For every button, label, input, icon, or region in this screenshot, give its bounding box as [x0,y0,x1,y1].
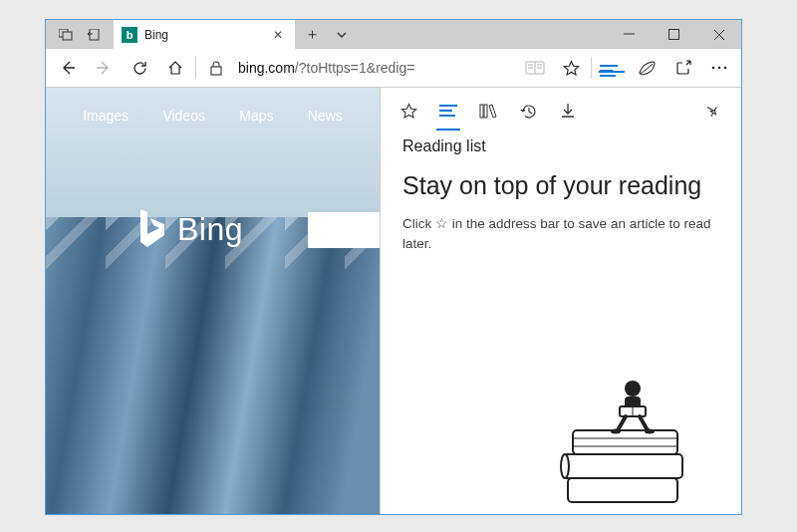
svg-rect-23 [568,478,677,502]
back-button[interactable] [50,49,86,87]
new-tab-button[interactable]: ＋ [295,20,329,49]
notes-button[interactable] [630,49,665,87]
hub-tab-books[interactable] [468,89,508,133]
bing-logo: Bing [135,207,243,251]
hub-section-title: Reading list [402,137,719,155]
forward-button[interactable] [86,49,122,87]
set-aside-tabs-icon[interactable] [86,27,102,43]
svg-rect-5 [211,67,221,75]
svg-point-17 [724,67,727,70]
minimize-button[interactable] [607,20,652,49]
close-tab-icon[interactable]: ✕ [273,28,285,42]
hub-headline: Stay on top of your reading [402,171,719,200]
browser-tab[interactable]: b Bing ✕ [114,20,295,49]
refresh-button[interactable] [122,49,157,87]
tab-menu-chevron-icon[interactable] [329,20,355,49]
url-text[interactable]: bing.com/?toHttps=1&redig= [238,60,414,76]
more-button[interactable] [701,49,737,87]
svg-point-34 [645,429,655,434]
hub-tab-reading-list[interactable] [428,89,468,133]
svg-point-33 [611,429,621,434]
search-input[interactable] [308,212,380,248]
title-bar: b Bing ✕ ＋ [46,20,741,49]
url-host: bing.com [238,60,295,76]
hub-button[interactable] [594,49,630,87]
star-glyph-icon: ☆ [435,216,448,231]
svg-rect-1 [63,32,72,40]
reading-view-button[interactable] [517,49,553,87]
nav-images[interactable]: Images [83,108,129,124]
tabs-preview-icon[interactable] [58,27,74,43]
hub-panel: Reading list Stay on top of your reading… [380,88,741,514]
tab-title: Bing [144,28,273,42]
close-window-button[interactable] [696,20,741,49]
svg-point-15 [712,67,715,70]
bing-nav: Images Videos Maps News [46,108,380,124]
content-area: Images Videos Maps News Bing [46,88,741,514]
nav-news[interactable]: News [308,108,343,124]
hub-tabs [381,88,741,133]
nav-videos[interactable]: Videos [162,108,205,124]
browser-window: b Bing ✕ ＋ bing [45,19,742,515]
home-button[interactable] [157,49,193,87]
svg-rect-24 [563,454,682,478]
reading-illustration [518,359,717,508]
hub-tab-history[interactable] [508,89,548,133]
svg-point-29 [625,381,641,397]
nav-maps[interactable]: Maps [239,108,273,124]
svg-rect-22 [484,105,487,118]
svg-rect-21 [480,105,483,118]
svg-rect-4 [669,30,679,40]
svg-point-16 [718,67,721,70]
window-controls [607,20,741,49]
address-bar: bing.com/?toHttps=1&redig= [46,49,741,88]
bing-favicon: b [122,27,137,43]
lock-icon[interactable] [198,49,234,87]
svg-point-25 [561,454,569,478]
pin-hub-button[interactable] [693,89,733,133]
hub-tab-favorites[interactable] [389,89,428,133]
url-path: /?toHttps=1&redig= [295,60,415,76]
bing-logo-icon [135,207,167,251]
web-page: Images Videos Maps News Bing [46,88,380,514]
hub-body: Reading list Stay on top of your reading… [381,133,741,253]
maximize-button[interactable] [652,20,696,49]
share-button[interactable] [665,49,701,87]
hub-tab-downloads[interactable] [548,89,588,133]
hub-hint: Click ☆ in the address bar to save an ar… [402,214,719,253]
bing-logo-text: Bing [177,211,243,248]
tab-actions [46,20,114,49]
svg-rect-26 [573,430,677,454]
favorite-star-button[interactable] [553,49,589,87]
